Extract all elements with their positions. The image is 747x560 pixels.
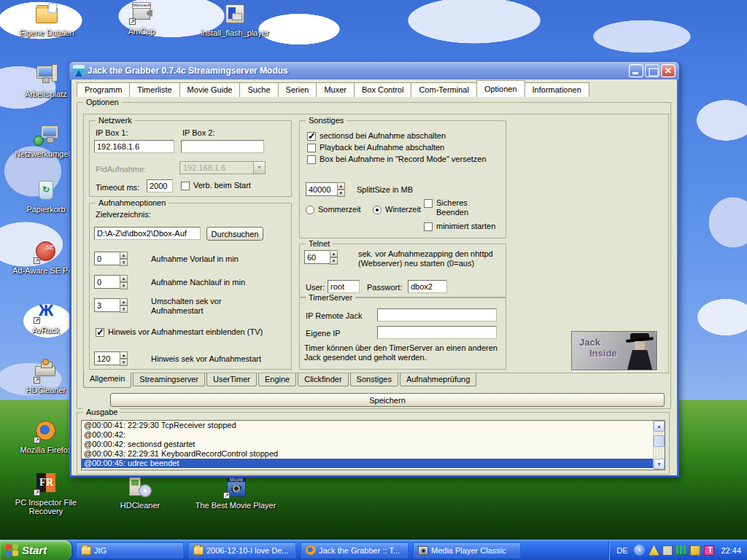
speichern-button[interactable]: Speichern xyxy=(110,393,665,407)
spinner-input[interactable] xyxy=(94,275,120,289)
checkbox-icon[interactable] xyxy=(307,155,316,164)
tab-informationen[interactable]: Informationen xyxy=(525,82,589,97)
verb-beim-start-checkbox[interactable]: Verb. beim Start xyxy=(181,181,251,190)
checkbox-icon[interactable] xyxy=(96,328,104,337)
output-listbox[interactable]: @00:00:41: 22:29:30 TcpReceiver stopped … xyxy=(81,420,665,470)
start-button[interactable]: Start xyxy=(0,540,71,560)
taskbar-task-jtg[interactable]: JtG xyxy=(76,542,184,559)
log-row[interactable]: @00:00:45: udrec beendet xyxy=(82,459,665,468)
tab-optionen[interactable]: Optionen xyxy=(476,80,525,97)
splittsize-spinner[interactable]: ▲▼ xyxy=(306,182,345,196)
desktop-icon-hdcleaner-setup[interactable]: HDCleaner xyxy=(107,475,174,510)
spin-up-icon[interactable]: ▲ xyxy=(120,275,128,282)
minimiert-starten-checkbox[interactable]: minimiert starten xyxy=(424,222,495,231)
radio-icon[interactable] xyxy=(373,206,382,214)
subtab-clickfinder[interactable]: Clickfinder xyxy=(298,373,348,386)
spin-up-icon[interactable]: ▲ xyxy=(337,182,345,190)
eigene-ip-input[interactable] xyxy=(377,326,497,339)
title-bar[interactable]: Jack the Grabber 0.7.4c Streamingserver … xyxy=(69,62,679,79)
tab-programm[interactable]: Programm xyxy=(77,82,130,97)
subtab-streamingserver[interactable]: Streamingserver xyxy=(133,373,205,386)
zielverzeichnis-input[interactable] xyxy=(94,227,201,240)
desktop-icon-best-movie-player[interactable]: ↗ The Best Movie Player xyxy=(188,475,283,510)
gold-tool-tray-icon[interactable] xyxy=(690,545,700,556)
scroll-down-icon[interactable]: ▼ xyxy=(654,459,665,470)
spin-down-icon[interactable]: ▼ xyxy=(120,259,128,266)
spin-up-icon[interactable]: ▲ xyxy=(330,250,338,257)
pid-aufnahme-combo[interactable]: 192.168.1.6 ▼ xyxy=(179,161,266,174)
spinner-input[interactable] xyxy=(94,298,120,312)
tray-chevron-icon[interactable]: ‹ xyxy=(634,545,645,556)
log-row[interactable]: @00:00:43: 22:29:31 KeyboardRecordContro… xyxy=(82,449,665,459)
hinweis-checkbox[interactable]: Hinweis vor Aufnahmestart einblenden (TV… xyxy=(96,327,271,337)
desktop-icon-eigene-dateien[interactable]: Eigene Dateien xyxy=(13,3,80,37)
telnet-spinner[interactable]: ▲▼ xyxy=(304,250,338,264)
tab-suche[interactable]: Suche xyxy=(239,82,278,97)
desktop-icon-install-flash-player[interactable]: install_flash_player xyxy=(198,3,271,37)
winterzeit-radio[interactable]: Winterzeit xyxy=(373,205,421,214)
subtab-sonstiges[interactable]: Sonstiges xyxy=(350,373,398,386)
log-row[interactable]: @00:00:41: 22:29:30 TcpReceiver stopped xyxy=(82,421,665,430)
ip-box2-input[interactable] xyxy=(181,140,264,153)
taskbar-task-mpc[interactable]: Media Player Classic xyxy=(413,542,521,559)
sommerzeit-radio[interactable]: Sommerzeit xyxy=(306,205,361,214)
alarm-tray-icon[interactable] xyxy=(649,545,659,556)
ip-box1-input[interactable] xyxy=(94,140,174,153)
maximize-button[interactable] xyxy=(645,64,659,77)
desktop-icon-pc-inspector[interactable]: ↗ PC Inspector File Recovery xyxy=(12,472,80,516)
close-button[interactable] xyxy=(661,64,676,77)
checkbox-icon[interactable] xyxy=(307,144,316,152)
user-input[interactable] xyxy=(328,280,360,293)
subtab-usertimer[interactable]: UserTimer xyxy=(206,373,257,386)
scrollbar-thumb[interactable] xyxy=(654,435,665,447)
subtab-engine[interactable]: Engine xyxy=(258,373,296,386)
spin-up-icon[interactable]: ▲ xyxy=(120,298,128,306)
taskbar-task-2006[interactable]: 2006-12-10-I love De... xyxy=(188,542,296,559)
language-indicator[interactable]: DE xyxy=(616,546,627,555)
ip-remote-jack-input[interactable] xyxy=(377,308,497,322)
scroll-up-icon[interactable]: ▲ xyxy=(654,421,665,432)
spin-down-icon[interactable]: ▼ xyxy=(330,257,338,265)
subtab-allgemein[interactable]: Allgemein xyxy=(83,373,131,388)
chevron-down-icon[interactable]: ▼ xyxy=(253,162,265,174)
timeout-input[interactable] xyxy=(147,179,173,192)
log-row[interactable]: @00:00:42: xyxy=(82,430,665,440)
playback-checkbox[interactable]: Playback bei Aufnahme abschalten xyxy=(307,143,444,152)
tab-timerliste[interactable]: Timerliste xyxy=(129,82,179,97)
umschalten-spinner[interactable]: ▲▼ xyxy=(94,298,128,312)
telekom-tray-icon[interactable] xyxy=(704,545,714,556)
durchsuchen-button[interactable]: Durchsuchen xyxy=(206,227,263,241)
checkbox-icon[interactable] xyxy=(181,182,190,190)
sectionsd-checkbox[interactable]: sectionsd bei Aufnahme abschalten xyxy=(307,131,446,141)
passwort-input[interactable] xyxy=(408,280,447,293)
checkbox-icon[interactable] xyxy=(307,132,316,141)
spinner-input[interactable] xyxy=(304,250,330,264)
spinner-input[interactable] xyxy=(94,252,120,265)
hinweis-sek-spinner[interactable]: ▲▼ xyxy=(94,351,128,365)
spin-down-icon[interactable]: ▼ xyxy=(120,359,128,366)
spinner-input[interactable] xyxy=(94,351,120,365)
spin-up-icon[interactable]: ▲ xyxy=(120,351,128,359)
desktop-icon-amcap[interactable]: ↗ AmCap xyxy=(108,1,175,36)
record-mode-checkbox[interactable]: Box bei Aufnahme in "Record Mode" verset… xyxy=(307,155,487,164)
checkbox-icon[interactable] xyxy=(424,199,433,208)
tab-com-terminal[interactable]: Com-Terminal xyxy=(411,82,476,97)
tab-serien[interactable]: Serien xyxy=(278,82,317,97)
spin-up-icon[interactable]: ▲ xyxy=(120,252,128,259)
sicheres-beenden-checkbox[interactable]: Sicheres Beenden xyxy=(424,198,497,217)
spin-down-icon[interactable]: ▼ xyxy=(337,190,345,197)
tab-movie-guide[interactable]: Movie Guide xyxy=(179,82,241,97)
log-row[interactable]: @00:00:42: sectionsd gestartet xyxy=(82,440,665,449)
minimize-button[interactable] xyxy=(629,64,643,77)
taskbar-task-firefox[interactable]: Jack the Grabber :: T... xyxy=(301,542,409,559)
signal-tray-icon[interactable] xyxy=(676,545,686,556)
tab-muxer[interactable]: Muxer xyxy=(316,82,355,97)
scrollbar[interactable]: ▲ ▼ xyxy=(653,421,665,470)
tab-box-control[interactable]: Box Control xyxy=(354,82,411,97)
radio-icon[interactable] xyxy=(306,206,314,214)
nachlauf-spinner[interactable]: ▲▼ xyxy=(94,275,128,289)
display-tray-icon[interactable] xyxy=(662,545,673,556)
spinner-input[interactable] xyxy=(306,182,337,196)
spin-down-icon[interactable]: ▼ xyxy=(120,282,128,289)
subtab-aufnahmepruefung[interactable]: Aufnahmeprüfung xyxy=(400,373,476,386)
